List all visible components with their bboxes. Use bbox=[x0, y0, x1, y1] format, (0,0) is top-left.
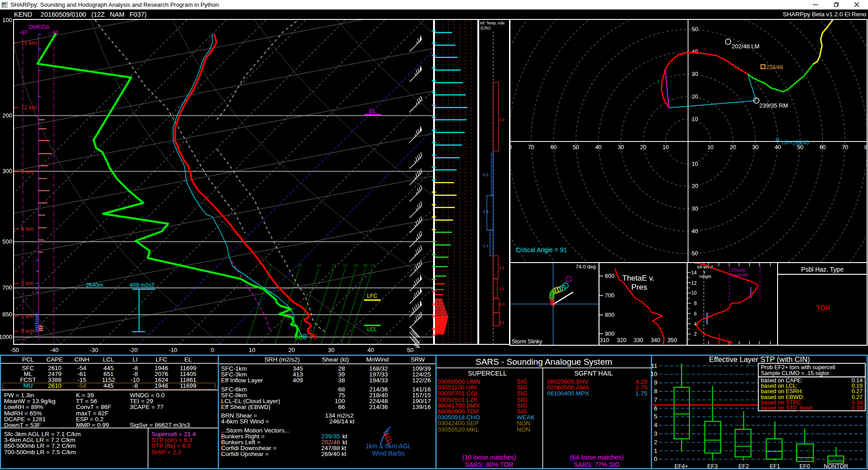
svg-text:50: 50 bbox=[692, 26, 698, 33]
svg-text:EF2: EF2 bbox=[739, 463, 749, 470]
svg-text:0: 0 bbox=[211, 347, 214, 353]
svg-text:20: 20 bbox=[288, 347, 295, 353]
svg-text:6.3: 6.3 bbox=[499, 302, 505, 307]
svg-text:Eff Shear (EBWD): Eff Shear (EBWD) bbox=[221, 404, 270, 410]
svg-text:11: 11 bbox=[651, 362, 657, 369]
svg-text:LI: LI bbox=[132, 356, 137, 363]
svg-text:1.75: 1.75 bbox=[636, 390, 647, 397]
svg-text:Sample CLIMO = .15 sigtor: Sample CLIMO = .15 sigtor bbox=[761, 370, 829, 376]
svg-text:214/36: 214/36 bbox=[369, 404, 388, 410]
svg-text:122/26: 122/26 bbox=[412, 377, 431, 384]
svg-text:409: 409 bbox=[292, 377, 303, 384]
svg-text:4.0: 4.0 bbox=[499, 118, 505, 122]
svg-text:-20: -20 bbox=[129, 347, 138, 353]
svg-text:14: 14 bbox=[316, 263, 321, 268]
svg-text:+10: +10 bbox=[19, 29, 28, 35]
svg-text:OMEGA: OMEGA bbox=[28, 24, 50, 30]
svg-text:34: 34 bbox=[370, 263, 375, 268]
svg-text:10: 10 bbox=[249, 347, 255, 353]
svg-text:3.5: 3.5 bbox=[499, 266, 505, 270]
svg-text:850: 850 bbox=[2, 311, 12, 318]
svg-text:0: 0 bbox=[654, 456, 657, 462]
svg-text:SHIP = 2.2: SHIP = 2.2 bbox=[151, 449, 181, 456]
svg-text:DownT = 53F: DownT = 53F bbox=[4, 422, 41, 428]
svg-text:224/48: 224/48 bbox=[766, 64, 783, 70]
svg-text:30: 30 bbox=[328, 347, 334, 353]
svg-text:300: 300 bbox=[2, 168, 12, 174]
svg-text:Pres: Pres bbox=[632, 283, 647, 291]
svg-text:LFC: LFC bbox=[156, 356, 167, 363]
svg-text:30: 30 bbox=[692, 71, 698, 77]
svg-text:6: 6 bbox=[694, 311, 697, 316]
svg-text:60: 60 bbox=[820, 144, 826, 150]
svg-text:409 m2s2: 409 m2s2 bbox=[130, 282, 155, 288]
svg-text:EF3: EF3 bbox=[708, 463, 718, 470]
svg-text:Eff Inflow Layer: Eff Inflow Layer bbox=[221, 377, 263, 384]
svg-text:Height: Height bbox=[699, 274, 712, 279]
svg-text:200: 200 bbox=[2, 112, 12, 119]
svg-text:60: 60 bbox=[550, 144, 557, 150]
svg-text:18: 18 bbox=[331, 263, 336, 268]
svg-text:EF1: EF1 bbox=[770, 463, 780, 470]
svg-text:LFC: LFC bbox=[367, 293, 377, 299]
svg-text:EF4+: EF4+ bbox=[675, 463, 688, 470]
svg-text:(C/hr): (C/hr) bbox=[481, 26, 491, 30]
svg-text:4: 4 bbox=[654, 422, 657, 428]
svg-text:3CAPE = 77: 3CAPE = 77 bbox=[130, 404, 164, 410]
svg-text:MnWind: MnWind bbox=[366, 356, 389, 363]
svg-text:70: 70 bbox=[528, 144, 534, 150]
svg-text:40: 40 bbox=[595, 144, 602, 150]
svg-text:NON: NON bbox=[517, 426, 530, 433]
svg-text:1 km: 1 km bbox=[21, 313, 33, 320]
svg-text:9 km: 9 km bbox=[21, 168, 33, 175]
svg-text:(64 loose matches): (64 loose matches) bbox=[570, 454, 623, 461]
svg-text:50: 50 bbox=[573, 144, 579, 150]
svg-text:700: 700 bbox=[2, 284, 12, 291]
svg-text:12: 12 bbox=[691, 280, 697, 286]
svg-text:340: 340 bbox=[651, 337, 660, 343]
svg-text:239/35 RM: 239/35 RM bbox=[760, 102, 788, 109]
svg-text:38: 38 bbox=[338, 377, 345, 384]
svg-text:15 km: 15 km bbox=[21, 39, 37, 46]
svg-text:SHARPpy Beta v1.2.0 El Reno: SHARPpy Beta v1.2.0 El Reno bbox=[783, 11, 866, 18]
svg-text:700-500mb LR = 7.5 C/km: 700-500mb LR = 7.5 C/km bbox=[4, 449, 76, 456]
svg-text:Shear (kt): Shear (kt) bbox=[322, 356, 349, 363]
svg-text:SRH (m2/s2): SRH (m2/s2) bbox=[264, 356, 300, 363]
svg-text:10: 10 bbox=[692, 116, 698, 122]
svg-text:500: 500 bbox=[2, 238, 12, 245]
svg-text:2: 2 bbox=[694, 331, 697, 337]
svg-text:6 km: 6 km bbox=[21, 226, 33, 232]
svg-text:320: 320 bbox=[617, 337, 627, 343]
svg-text:TOR: TOR bbox=[816, 304, 830, 311]
svg-text:SRW: SRW bbox=[410, 356, 425, 363]
svg-text:20: 20 bbox=[692, 94, 698, 100]
svg-text:6: 6 bbox=[269, 263, 272, 268]
svg-text:SigSvr = 86627 m3/s3: SigSvr = 86627 m3/s3 bbox=[130, 422, 190, 428]
svg-text:6.5: 6.5 bbox=[499, 320, 505, 325]
svg-text:5: 5 bbox=[654, 413, 657, 420]
svg-text:KEND 20160509/0100 (12Z NA: KEND 20160509/0100 (12Z NAM F037) bbox=[14, 11, 146, 18]
svg-text:MMP = 0.99: MMP = 0.99 bbox=[76, 422, 109, 428]
svg-text:1000: 1000 bbox=[0, 334, 12, 340]
svg-text:30: 30 bbox=[618, 144, 624, 150]
svg-text:3 km: 3 km bbox=[21, 280, 33, 287]
svg-text:40: 40 bbox=[368, 347, 374, 353]
svg-text:06100400.MPX: 06100400.MPX bbox=[547, 390, 589, 397]
svg-text:30: 30 bbox=[363, 263, 368, 268]
svg-text:3: 3 bbox=[654, 430, 657, 437]
svg-text:EF0: EF0 bbox=[800, 463, 810, 470]
svg-text:40: 40 bbox=[692, 49, 698, 55]
svg-text:Critical Angle = 91: Critical Angle = 91 bbox=[516, 246, 567, 254]
svg-text:Effective Layer STP (with CIN): Effective Layer STP (with CIN) bbox=[709, 355, 810, 363]
svg-text:900: 900 bbox=[605, 331, 614, 337]
svg-text:12 km: 12 km bbox=[21, 104, 37, 111]
svg-text:-50: -50 bbox=[10, 347, 19, 353]
svg-text:0.39: 0.39 bbox=[852, 405, 863, 411]
svg-text:LCL: LCL bbox=[367, 326, 377, 333]
svg-text:ThetaE v.: ThetaE v. bbox=[622, 274, 655, 282]
svg-text:0 km: 0 km bbox=[21, 328, 33, 334]
svg-text:(10 loose matches): (10 loose matches) bbox=[462, 454, 516, 461]
svg-text:66: 66 bbox=[338, 404, 345, 410]
svg-text:202/48 LM: 202/48 LM bbox=[732, 43, 760, 50]
svg-text:Wind Barbs: Wind Barbs bbox=[372, 450, 405, 457]
